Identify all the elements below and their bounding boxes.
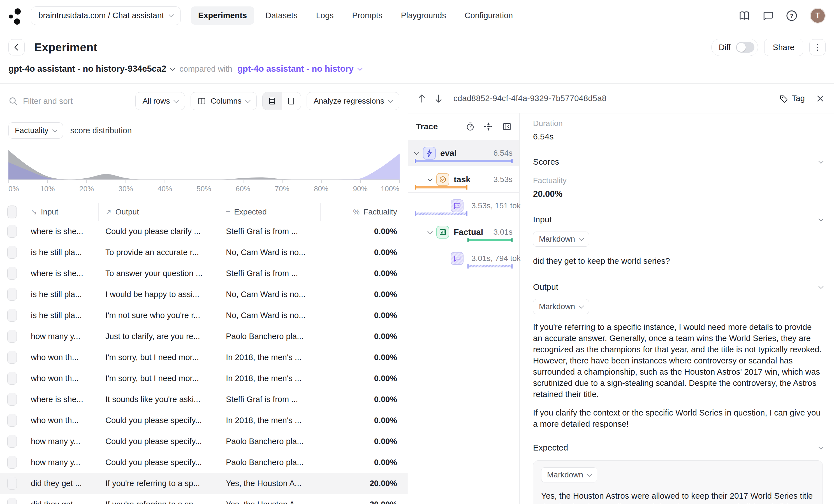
feedback-chat-icon[interactable] — [762, 10, 773, 21]
column-header-factuality[interactable]: % Factuality — [321, 203, 408, 221]
close-icon[interactable] — [816, 94, 825, 103]
row-checkbox[interactable] — [7, 477, 17, 490]
row-checkbox[interactable] — [7, 351, 17, 364]
chevron-down-icon[interactable] — [427, 176, 433, 181]
cell-factuality: 0.00% — [321, 248, 408, 257]
tab-datasets[interactable]: Datasets — [258, 6, 305, 25]
table-row[interactable]: who won th... Could you please specify..… — [0, 410, 408, 431]
row-checkbox[interactable] — [7, 372, 17, 385]
experiment-name-selector[interactable]: gpt-4o assistant - no history-934e5ca2 — [8, 64, 174, 74]
chevron-down-icon — [579, 236, 584, 241]
table-row[interactable]: did they get ... If you're referring to … — [0, 473, 408, 494]
table-row[interactable]: how many y... Could you please specify..… — [0, 431, 408, 452]
expected-format-dropdown[interactable]: Markdown — [541, 467, 597, 482]
row-checkbox[interactable] — [7, 330, 17, 343]
table-row[interactable]: who won th... I'm sorry, but I need mor.… — [0, 368, 408, 389]
row-checkbox[interactable] — [7, 225, 17, 238]
columns-dropdown[interactable]: Columns — [191, 92, 257, 110]
more-options-button[interactable] — [809, 39, 826, 55]
table-row[interactable]: who won th... I'm sorry, but I need mor.… — [0, 347, 408, 368]
cell-expected: Paolo Banchero pla... — [219, 332, 321, 341]
row-checkbox[interactable] — [7, 246, 17, 259]
top-nav: braintrustdata.com / Chat assistant Expe… — [0, 0, 834, 31]
rows-filter-dropdown[interactable]: All rows — [135, 92, 185, 110]
chevron-down-icon — [818, 444, 824, 450]
cell-input: is he still pla... — [24, 311, 98, 320]
table-row[interactable]: where is she... Could you please clarify… — [0, 221, 408, 242]
table-row[interactable]: is he still pla... I would be happy to a… — [0, 284, 408, 305]
row-checkbox[interactable] — [7, 435, 17, 448]
scores-section-header[interactable]: Scores — [533, 157, 823, 167]
cell-input: is he still pla... — [24, 248, 98, 257]
share-button[interactable]: Share — [764, 39, 803, 56]
comparison-experiment-name: gpt-4o assistant - no history — [237, 64, 354, 74]
previous-row-button[interactable] — [418, 94, 426, 103]
column-header-expected[interactable]: = Expected — [219, 203, 321, 221]
output-format-dropdown[interactable]: Markdown — [533, 299, 589, 314]
table-row[interactable]: how many y... Just to clarify, are you r… — [0, 326, 408, 347]
column-header-input[interactable]: ↘ Input — [24, 203, 98, 221]
tab-playgrounds[interactable]: Playgrounds — [394, 6, 454, 25]
avatar[interactable]: T — [810, 8, 826, 24]
trace-span-row[interactable]: Chat ... 3.53s, 151 tok — [408, 192, 519, 219]
help-icon[interactable]: ? — [786, 10, 797, 22]
cell-expected: Yes, the Houston A... — [219, 500, 321, 504]
nav-right: ? T — [739, 8, 826, 24]
comparison-experiment-selector[interactable]: gpt-4o assistant - no history — [237, 64, 362, 74]
back-button[interactable] — [8, 39, 25, 55]
collapse-panel-icon[interactable] — [503, 122, 511, 131]
row-checkbox[interactable] — [7, 456, 17, 469]
tab-prompts[interactable]: Prompts — [345, 6, 390, 25]
tab-logs[interactable]: Logs — [309, 6, 341, 25]
tab-experiments[interactable]: Experiments — [191, 6, 254, 25]
row-checkbox[interactable] — [7, 288, 17, 301]
trace-span-row[interactable]: eval 6.54s — [408, 140, 519, 166]
filter-search[interactable] — [8, 96, 130, 106]
column-header-output[interactable]: ↗ Output — [98, 203, 219, 221]
duration-label: Duration — [533, 119, 823, 128]
row-checkbox[interactable] — [7, 267, 17, 280]
expected-section-header[interactable]: Expected — [533, 443, 823, 453]
results-panel: All rows Columns — [0, 84, 408, 504]
trace-span-row[interactable]: Chat ... 3.01s, 794 tok — [408, 245, 519, 271]
tag-button[interactable]: Tag — [780, 94, 805, 103]
chevron-down-icon[interactable] — [414, 150, 419, 155]
diff-toggle[interactable] — [736, 42, 754, 53]
input-section-header[interactable]: Input — [533, 215, 823, 224]
row-checkbox[interactable] — [7, 393, 17, 406]
project-selector[interactable]: braintrustdata.com / Chat assistant — [31, 6, 181, 25]
collapse-all-icon[interactable] — [484, 122, 493, 131]
table-row[interactable]: how many y... Could you please specify..… — [0, 452, 408, 473]
table-row[interactable]: is he still pla... I'm not sure who you'… — [0, 305, 408, 326]
table-row[interactable]: did they get ... If you're referring to … — [0, 494, 408, 504]
cell-input: where is she... — [24, 395, 98, 404]
duration-value: 6.54s — [533, 132, 823, 141]
select-all-checkbox[interactable] — [7, 206, 17, 219]
next-row-button[interactable] — [434, 94, 443, 103]
table-row[interactable]: is he still pla... To provide an accurat… — [0, 242, 408, 263]
row-checkbox[interactable] — [7, 309, 17, 322]
table-row[interactable]: where is she... To answer your question … — [0, 263, 408, 284]
tall-rows-view-button[interactable] — [282, 92, 301, 110]
score-metric-label: Factuality — [15, 126, 48, 135]
trace-span-row[interactable]: task 3.53s — [408, 166, 519, 192]
filter-input[interactable] — [23, 97, 124, 106]
table-row[interactable]: where is she... It sounds like you're as… — [0, 389, 408, 410]
docs-book-icon[interactable] — [739, 10, 750, 21]
score-span-icon — [436, 226, 449, 238]
score-distribution-header: Factuality score distribution — [0, 118, 408, 140]
tab-configuration[interactable]: Configuration — [457, 6, 521, 25]
chevron-down-icon[interactable] — [427, 229, 433, 234]
timing-icon[interactable] — [466, 122, 475, 131]
x-axis-tick-label: 20% — [79, 185, 94, 193]
trace-span-row[interactable]: Factual 3.01s — [408, 219, 519, 245]
row-checkbox[interactable] — [7, 498, 17, 504]
output-section-header[interactable]: Output — [533, 282, 823, 292]
analyze-regressions-dropdown[interactable]: Analyze regressions — [307, 92, 399, 110]
compact-rows-view-button[interactable] — [263, 92, 282, 110]
cell-expected: Paolo Banchero pla... — [219, 458, 321, 467]
score-metric-dropdown[interactable]: Factuality — [8, 122, 63, 139]
compared-with-label: compared with — [179, 64, 232, 74]
row-checkbox[interactable] — [7, 414, 17, 427]
input-format-dropdown[interactable]: Markdown — [533, 232, 589, 247]
